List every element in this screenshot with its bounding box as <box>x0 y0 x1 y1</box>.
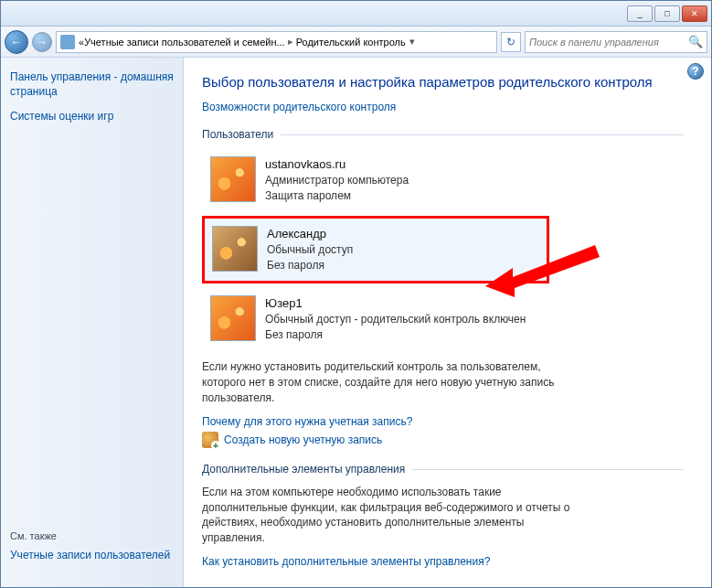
svg-marker-0 <box>485 245 600 297</box>
why-account-link[interactable]: Почему для этого нужна учетная запись? <box>202 415 684 428</box>
search-box[interactable]: 🔍 <box>525 31 707 53</box>
extra-text: Если на этом компьютере необходимо испол… <box>202 485 586 546</box>
user-role: Обычный доступ <box>267 242 353 258</box>
navigation-bar: ← → « Учетные записи пользователей и сем… <box>1 27 711 58</box>
user-info: Александр Обычный доступ Без пароля <box>267 226 353 273</box>
search-icon: 🔍 <box>688 35 703 48</box>
window-body: Панель управления - домашняя страница Си… <box>1 58 711 587</box>
close-button[interactable]: ✕ <box>682 5 707 22</box>
avatar <box>210 156 256 202</box>
user-name: Александр <box>267 226 353 242</box>
avatar <box>210 295 256 341</box>
nav-forward-button[interactable]: → <box>32 32 52 52</box>
user-status: Защита паролем <box>265 188 409 204</box>
search-input[interactable] <box>529 37 688 48</box>
help-button[interactable]: ? <box>687 63 704 80</box>
capabilities-link[interactable]: Возможности родительского контроля <box>202 101 684 113</box>
nav-back-button[interactable]: ← <box>5 30 28 54</box>
minimize-button[interactable]: _ <box>627 5 653 22</box>
refresh-button[interactable]: ↻ <box>501 32 521 52</box>
sidebar-link-home[interactable]: Панель управления - домашняя страница <box>10 70 174 99</box>
avatar <box>212 226 258 272</box>
sidebar-link-user-accounts[interactable]: Учетные записи пользователей <box>10 549 174 563</box>
user-role: Обычный доступ - родительский контроль в… <box>265 312 526 327</box>
user-card-admin[interactable]: ustanovkaos.ru Администратор компьютера … <box>202 148 549 212</box>
chevron-right-icon: ▸ <box>288 36 293 48</box>
breadcrumb-item-accounts[interactable]: Учетные записи пользователей и семейн... <box>84 37 285 48</box>
breadcrumb-dropdown[interactable]: ▾ <box>406 36 419 48</box>
note-text: Если нужно установить родительский контр… <box>202 359 586 405</box>
annotation-arrow-icon <box>485 241 604 305</box>
create-account-link[interactable]: Создать новую учетную запись <box>224 433 382 446</box>
user-status: Без пароля <box>267 258 353 273</box>
user-name: ustanovkaos.ru <box>265 156 409 173</box>
control-panel-window: _ □ ✕ ← → « Учетные записи пользователей… <box>0 0 712 588</box>
sidebar-link-game-ratings[interactable]: Системы оценки игр <box>10 110 174 124</box>
maximize-button[interactable]: □ <box>654 5 680 22</box>
content-area: ? Выбор пользователя и настройка парамет… <box>184 58 711 587</box>
user-info: ustanovkaos.ru Администратор компьютера … <box>265 156 409 204</box>
breadcrumb[interactable]: « Учетные записи пользователей и семейн.… <box>56 31 497 53</box>
sidebar: Панель управления - домашняя страница Си… <box>1 58 184 587</box>
titlebar: _ □ ✕ <box>1 1 711 27</box>
extra-link[interactable]: Как установить дополнительные элементы у… <box>202 555 684 568</box>
user-role: Администратор компьютера <box>265 173 409 188</box>
extra-section-title: Дополнительные элементы управления <box>202 463 684 476</box>
sidebar-see-also-heading: См. также <box>10 530 174 541</box>
control-panel-icon <box>60 35 75 49</box>
breadcrumb-item-parental[interactable]: Родительский контроль <box>296 37 406 48</box>
page-title: Выбор пользователя и настройка параметро… <box>202 72 684 91</box>
users-section-title: Пользователи <box>202 128 684 141</box>
add-user-icon <box>202 432 218 448</box>
user-status: Без пароля <box>265 327 526 343</box>
